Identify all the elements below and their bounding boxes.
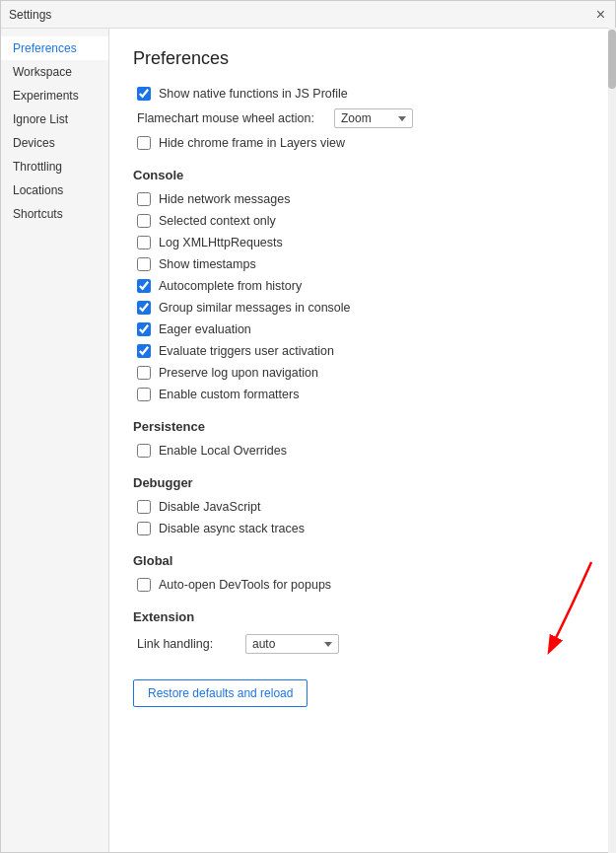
selected-context-row: Selected context only	[133, 214, 591, 228]
global-section-title: Global	[133, 553, 591, 568]
sidebar-item-devices[interactable]: Devices	[1, 131, 108, 155]
evaluate-triggers-checkbox[interactable]	[137, 344, 151, 358]
selected-context-checkbox[interactable]	[137, 214, 151, 228]
show-timestamps-checkbox[interactable]	[137, 257, 151, 271]
sidebar-item-shortcuts[interactable]: Shortcuts	[1, 202, 108, 226]
eager-eval-row: Eager evaluation	[133, 322, 591, 336]
local-overrides-checkbox[interactable]	[137, 444, 151, 458]
autocomplete-checkbox[interactable]	[137, 279, 151, 293]
group-similar-row: Group similar messages in console	[133, 301, 591, 315]
console-section-title: Console	[133, 168, 591, 182]
sidebar-item-preferences[interactable]: Preferences	[1, 36, 108, 60]
settings-window: Settings × Preferences Workspace Experim…	[0, 0, 616, 853]
title-bar-title: Settings	[9, 8, 51, 22]
show-native-row: Show native functions in JS Profile	[133, 87, 591, 101]
flamechart-row: Flamechart mouse wheel action: Zoom Scro…	[133, 108, 591, 128]
link-handling-row: Link handling: auto frontend sourcegraph	[133, 634, 591, 654]
disable-js-row: Disable JavaScript	[133, 500, 591, 514]
link-handling-label: Link handling:	[137, 637, 236, 651]
restore-area: Restore defaults and reload	[133, 666, 591, 707]
hide-chrome-checkbox[interactable]	[137, 136, 151, 150]
scrollbar-thumb[interactable]	[608, 30, 615, 89]
preferences-panel: Preferences Show native functions in JS …	[109, 29, 615, 852]
disable-async-checkbox[interactable]	[137, 522, 151, 535]
persistence-section-title: Persistence	[133, 419, 591, 434]
autocomplete-row: Autocomplete from history	[133, 279, 591, 293]
show-native-label[interactable]: Show native functions in JS Profile	[137, 87, 348, 101]
eager-eval-checkbox[interactable]	[137, 322, 151, 336]
enable-formatters-row: Enable custom formatters	[133, 388, 591, 401]
hide-network-checkbox[interactable]	[137, 192, 151, 206]
scrollbar-track[interactable]	[608, 29, 615, 852]
sidebar-item-ignore-list[interactable]: Ignore List	[1, 107, 108, 131]
disable-async-row: Disable async stack traces	[133, 522, 591, 535]
sidebar-item-workspace[interactable]: Workspace	[1, 60, 108, 84]
preserve-log-checkbox[interactable]	[137, 366, 151, 380]
auto-open-checkbox[interactable]	[137, 578, 151, 592]
close-button[interactable]: ×	[594, 7, 607, 23]
flamechart-label: Flamechart mouse wheel action:	[137, 111, 314, 125]
hide-chrome-row: Hide chrome frame in Layers view	[133, 136, 591, 150]
sidebar-item-experiments[interactable]: Experiments	[1, 84, 108, 107]
show-timestamps-row: Show timestamps	[133, 257, 591, 271]
restore-defaults-button[interactable]: Restore defaults and reload	[133, 679, 308, 707]
sidebar-item-locations[interactable]: Locations	[1, 178, 108, 202]
sidebar-item-throttling[interactable]: Throttling	[1, 155, 108, 178]
flamechart-select[interactable]: Zoom Scroll	[334, 108, 413, 128]
hide-chrome-label[interactable]: Hide chrome frame in Layers view	[137, 136, 345, 150]
enable-formatters-checkbox[interactable]	[137, 388, 151, 401]
auto-open-row: Auto-open DevTools for popups	[133, 578, 591, 592]
page-title: Preferences	[133, 48, 591, 69]
extension-section-title: Extension	[133, 609, 591, 624]
debugger-section-title: Debugger	[133, 475, 591, 490]
preserve-log-row: Preserve log upon navigation	[133, 366, 591, 380]
hide-network-row: Hide network messages	[133, 192, 591, 206]
log-xml-row: Log XMLHttpRequests	[133, 236, 591, 249]
link-handling-select[interactable]: auto frontend sourcegraph	[245, 634, 339, 654]
group-similar-checkbox[interactable]	[137, 301, 151, 315]
local-overrides-row: Enable Local Overrides	[133, 444, 591, 458]
title-bar: Settings ×	[1, 1, 615, 29]
main-content-area: Preferences Workspace Experiments Ignore…	[1, 29, 615, 852]
evaluate-triggers-row: Evaluate triggers user activation	[133, 344, 591, 358]
disable-js-checkbox[interactable]	[137, 500, 151, 514]
log-xml-checkbox[interactable]	[137, 236, 151, 249]
sidebar: Preferences Workspace Experiments Ignore…	[1, 29, 109, 852]
show-native-checkbox[interactable]	[137, 87, 151, 101]
